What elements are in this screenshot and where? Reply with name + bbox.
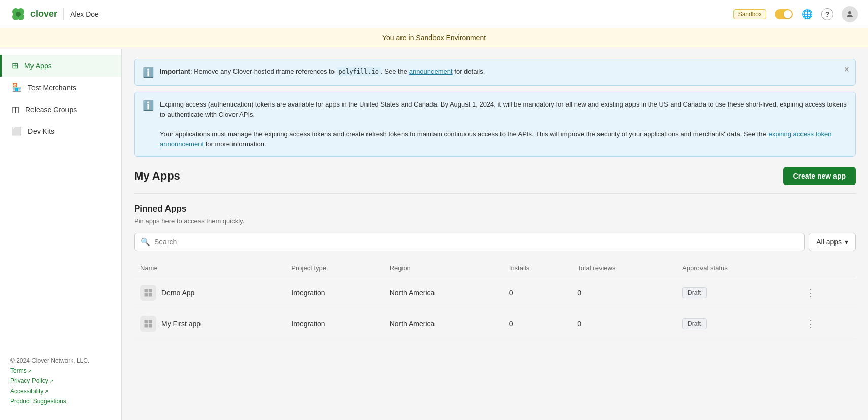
copyright: © 2024 Clover Network, LLC. — [10, 357, 111, 364]
app-installs: 0 — [503, 277, 572, 308]
pinned-apps-subtitle: Pin apps here to access them quickly. — [134, 217, 856, 225]
app-region: North America — [384, 277, 503, 308]
app-layout: ⊞ My Apps 🏪 Test Merchants ◫ Release Gro… — [0, 0, 868, 420]
privacy-policy-link[interactable]: Privacy Policy ↗ — [10, 377, 53, 384]
terms-link[interactable]: Terms ↗ — [10, 367, 32, 374]
app-icon — [143, 288, 153, 298]
nav-left: clover Alex Doe — [10, 6, 99, 22]
store-icon: 🏪 — [12, 83, 22, 92]
app-region: North America — [384, 308, 503, 339]
table-header: Name Project type Region Installs Total … — [134, 259, 856, 277]
alert-1-text: Important: Remove any Clover-hosted ifra… — [160, 66, 847, 77]
col-actions — [796, 259, 856, 277]
sidebar-label-release-groups: Release Groups — [25, 106, 77, 114]
info-icon-1: ℹ️ — [143, 67, 154, 78]
all-apps-filter-button[interactable]: All apps ▾ — [809, 233, 856, 251]
alert-1-close-button[interactable]: × — [844, 64, 849, 75]
sidebar-label-my-apps: My Apps — [24, 62, 52, 70]
app-name-text[interactable]: My First app — [161, 320, 201, 328]
ext-icon-2: ↗ — [49, 378, 53, 384]
search-box: 🔍 — [134, 233, 805, 251]
nav-right: Sandbox 🌐 ? — [733, 6, 858, 22]
environment-toggle[interactable] — [775, 9, 793, 19]
expiring-token-link[interactable]: expiring access token announcement — [160, 130, 831, 148]
alert-1-strong: Important — [160, 67, 190, 75]
sandbox-banner-text: You are in Sandbox Environment — [382, 33, 486, 42]
svg-rect-10 — [145, 320, 148, 323]
globe-icon[interactable]: 🌐 — [801, 8, 813, 20]
app-icon — [143, 319, 153, 329]
product-suggestions-link[interactable]: Product Suggestions — [10, 398, 66, 405]
devkit-icon: ⬜ — [12, 126, 22, 136]
alert-expiring-tokens: ℹ️ Expiring access (authentication) toke… — [134, 92, 856, 157]
nav-divider — [63, 8, 64, 20]
announcement-link[interactable]: announcement — [409, 67, 453, 75]
app-total-reviews: 0 — [571, 277, 676, 308]
ext-icon: ↗ — [28, 368, 32, 374]
alert-1-code: polyfill.io — [337, 67, 381, 76]
create-new-app-button[interactable]: Create new app — [783, 167, 856, 185]
clover-logo-svg — [10, 6, 26, 22]
app-avatar — [140, 316, 156, 332]
sidebar-label-test-merchants: Test Merchants — [28, 84, 76, 92]
accessibility-link[interactable]: Accessibility ↗ — [10, 388, 48, 395]
search-input[interactable] — [154, 238, 798, 246]
sidebar-item-release-groups[interactable]: ◫ Release Groups — [0, 98, 121, 120]
table-body: Demo App Integration North America 0 0 D… — [134, 277, 856, 339]
sandbox-badge: Sandbox — [733, 9, 766, 19]
svg-rect-8 — [145, 293, 148, 296]
approval-status-badge: Draft — [682, 287, 707, 298]
search-icon: 🔍 — [141, 237, 150, 247]
svg-rect-6 — [145, 289, 148, 292]
clover-brand: clover — [30, 9, 57, 19]
app-avatar — [140, 285, 156, 301]
sidebar: ⊞ My Apps 🏪 Test Merchants ◫ Release Gro… — [0, 49, 122, 420]
filter-label: All apps — [816, 238, 842, 246]
svg-rect-7 — [149, 289, 152, 292]
sidebar-item-my-apps[interactable]: ⊞ My Apps — [0, 55, 121, 77]
sidebar-label-dev-kits: Dev Kits — [28, 127, 54, 135]
col-name: Name — [134, 259, 285, 277]
app-total-reviews: 0 — [571, 308, 676, 339]
user-avatar[interactable] — [842, 6, 858, 22]
app-name-cell: Demo App — [140, 285, 279, 301]
col-approval-status: Approval status — [676, 259, 796, 277]
section-divider — [134, 193, 856, 194]
info-icon-2: ℹ️ — [143, 100, 154, 111]
pinned-apps-title: Pinned Apps — [134, 204, 856, 214]
col-installs: Installs — [503, 259, 572, 277]
page-title: My Apps — [134, 169, 180, 183]
sidebar-footer: © 2024 Clover Network, LLC. Terms ↗ Priv… — [0, 351, 121, 414]
row-menu-button[interactable]: ⋮ — [803, 317, 819, 330]
clover-logo[interactable]: clover — [10, 6, 57, 22]
svg-rect-13 — [149, 324, 152, 327]
sandbox-banner: You are in Sandbox Environment — [0, 28, 868, 47]
app-name-text[interactable]: Demo App — [161, 289, 194, 297]
apps-table: Name Project type Region Installs Total … — [134, 259, 856, 339]
alert-2-text: Expiring access (authentication) tokens … — [160, 99, 847, 149]
release-icon: ◫ — [12, 104, 19, 114]
app-project-type: Integration — [285, 277, 383, 308]
approval-status-badge: Draft — [682, 318, 707, 329]
col-region: Region — [384, 259, 503, 277]
svg-point-4 — [16, 12, 21, 17]
table-row: My First app Integration North America 0… — [134, 308, 856, 339]
search-filter-row: 🔍 All apps ▾ — [134, 233, 856, 251]
chevron-down-icon: ▾ — [845, 238, 848, 246]
toggle-track[interactable] — [775, 9, 793, 19]
svg-rect-12 — [145, 324, 148, 327]
col-total-reviews: Total reviews — [571, 259, 676, 277]
help-icon[interactable]: ? — [821, 8, 833, 20]
main-content: ℹ️ Important: Remove any Clover-hosted i… — [122, 49, 868, 420]
col-project-type: Project type — [285, 259, 383, 277]
page-header: My Apps Create new app — [134, 167, 856, 185]
app-installs: 0 — [503, 308, 572, 339]
sidebar-item-dev-kits[interactable]: ⬜ Dev Kits — [0, 120, 121, 142]
sidebar-nav: ⊞ My Apps 🏪 Test Merchants ◫ Release Gro… — [0, 55, 121, 142]
user-name: Alex Doe — [70, 10, 99, 18]
top-nav: clover Alex Doe Sandbox 🌐 ? — [0, 0, 868, 28]
alert-polyfill: ℹ️ Important: Remove any Clover-hosted i… — [134, 59, 856, 86]
svg-rect-9 — [149, 293, 152, 296]
sidebar-item-test-merchants[interactable]: 🏪 Test Merchants — [0, 77, 121, 98]
row-menu-button[interactable]: ⋮ — [803, 286, 819, 299]
